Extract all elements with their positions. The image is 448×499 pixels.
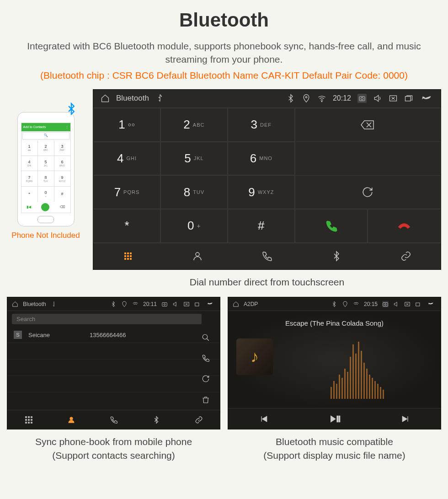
usb-icon (155, 94, 165, 103)
tab-bluetooth[interactable] (135, 410, 177, 429)
hangup-button[interactable] (368, 209, 441, 243)
tab-dialpad[interactable] (93, 243, 163, 269)
app-title: A2DP (244, 301, 258, 307)
dialer-caption: Dial number direct from touchscreen (93, 275, 441, 289)
tab-contacts[interactable] (163, 243, 232, 269)
key-7[interactable]: 7PQRS (93, 175, 160, 209)
volume-icon[interactable] (393, 301, 400, 307)
svg-point-0 (305, 97, 307, 98)
screenshot-icon[interactable] (161, 301, 168, 307)
screenshot-icon[interactable] (357, 94, 367, 103)
status-bar: A2DP 20:15 (228, 297, 441, 311)
call-button[interactable] (295, 209, 368, 243)
phone-key: 6MNO (54, 156, 70, 171)
side-actions (202, 327, 215, 410)
phone-key: 8TUV (38, 171, 54, 186)
key-1[interactable]: 1ᴏᴏ (93, 108, 160, 142)
backspace-button[interactable] (295, 108, 441, 142)
tab-history[interactable] (232, 243, 302, 269)
sync-icon[interactable] (202, 375, 210, 383)
phone-call-icon (41, 203, 49, 211)
screenshot-icon[interactable] (382, 301, 389, 307)
phone-key: 7PQRS (21, 171, 37, 186)
phone-key: 0+ (38, 187, 54, 202)
tab-devices[interactable] (371, 243, 441, 269)
home-icon[interactable] (101, 94, 110, 103)
home-icon[interactable] (233, 301, 239, 307)
dialpad-icon (124, 252, 132, 260)
clock: 20:12 (333, 94, 351, 102)
delete-icon[interactable] (202, 396, 210, 404)
key-star[interactable]: * (93, 209, 160, 243)
back-icon[interactable] (205, 301, 215, 307)
phone-key: 5JKL (38, 156, 54, 171)
album-art: ♪ (236, 338, 273, 375)
contact-row[interactable]: S Seicane 13566664466 (7, 327, 220, 343)
key-2[interactable]: 2ABC (160, 108, 228, 142)
phone-key: 3DEF (54, 140, 70, 156)
search-icon[interactable] (202, 333, 210, 342)
person-icon (192, 251, 203, 262)
key-9[interactable]: 9WXYZ (228, 175, 295, 209)
location-icon (121, 301, 128, 307)
call-icon[interactable] (202, 354, 210, 362)
search-input[interactable]: Search (12, 314, 202, 324)
dialpad-icon (25, 416, 32, 424)
next-track-button[interactable] (370, 408, 441, 429)
status-bar: Bluetooth 20:11 (7, 297, 220, 311)
phone-search: 🔍 (22, 132, 69, 140)
recent-apps-icon[interactable] (404, 94, 413, 103)
recent-apps-icon[interactable] (194, 301, 201, 307)
key-6[interactable]: 6MNO (228, 142, 295, 176)
tab-dialpad[interactable] (7, 410, 50, 429)
wifi-icon (353, 301, 359, 307)
volume-icon[interactable] (373, 94, 382, 103)
key-0[interactable]: 0+ (160, 209, 228, 243)
tab-devices[interactable] (177, 410, 220, 429)
phone-key: * (21, 187, 37, 202)
close-icon[interactable] (183, 301, 190, 307)
clock: 20:15 (364, 301, 378, 307)
svg-point-12 (70, 417, 73, 420)
app-title: Bluetooth (116, 94, 149, 103)
next-icon (401, 414, 410, 424)
contacts-screen: Bluetooth 20:11 Search (7, 297, 220, 429)
link-icon (195, 416, 203, 424)
page-title: Bluetooth (7, 9, 441, 31)
phone-key: # (54, 187, 70, 202)
close-icon[interactable] (389, 94, 398, 103)
svg-rect-10 (195, 303, 199, 306)
bluetooth-specs: (Bluetooth chip : CSR BC6 Default Blueto… (7, 70, 441, 81)
close-icon[interactable] (404, 301, 411, 307)
phone-key: 9WXYZ (54, 171, 70, 186)
phone-key: 1ᴏᴏ (21, 140, 37, 156)
dialer-keypad: 1ᴏᴏ 2ABC 3DEF 4GHI 5JKL 6MNO 7PQRS 8TUV (93, 108, 295, 243)
key-5[interactable]: 5JKL (160, 142, 228, 176)
back-icon[interactable] (420, 94, 433, 103)
dial-display (295, 142, 441, 176)
phone-icon (110, 416, 118, 424)
recent-apps-icon[interactable] (415, 301, 421, 307)
tab-bluetooth[interactable] (302, 243, 371, 269)
key-3[interactable]: 3DEF (228, 108, 295, 142)
volume-icon[interactable] (172, 301, 179, 307)
tab-history[interactable] (92, 410, 135, 429)
svg-point-14 (384, 304, 386, 306)
tab-contacts[interactable] (50, 410, 92, 429)
phone-key: 2ABC (38, 140, 54, 156)
back-icon[interactable] (426, 301, 436, 307)
home-icon[interactable] (12, 301, 18, 307)
music-caption: Bluetooth music compatible(Support displ… (228, 435, 441, 462)
wifi-icon (132, 301, 139, 307)
key-8[interactable]: 8TUV (160, 175, 228, 209)
play-pause-button[interactable] (299, 408, 370, 429)
prev-track-button[interactable] (228, 408, 299, 429)
recall-button[interactable] (295, 175, 441, 209)
phone-header: Add to Contacts (23, 125, 46, 129)
key-4[interactable]: 4GHI (93, 142, 160, 176)
phone-key: 4GHI (21, 156, 37, 171)
svg-point-11 (203, 334, 208, 339)
contact-number: 13566664466 (90, 332, 126, 338)
key-hash[interactable]: # (228, 209, 295, 243)
phone-icon (261, 251, 272, 262)
